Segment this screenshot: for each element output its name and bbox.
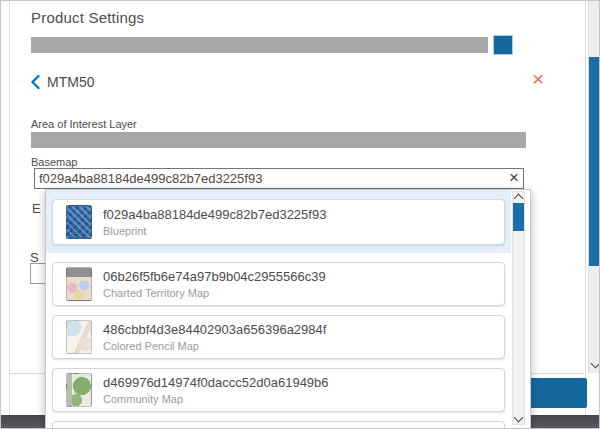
chevron-up-icon[interactable] xyxy=(515,195,522,202)
selected-option-highlight: f029a4ba88184de499c82b7ed3225f93 Bluepri… xyxy=(46,190,511,253)
item-id: 06b26f5fb6e74a97b9b04c2955566c39 xyxy=(103,269,326,284)
list-item-colored-pencil[interactable]: 486cbbf4d3e84402903a656396a2984f Colored… xyxy=(52,315,505,359)
basemap-input[interactable] xyxy=(34,168,524,189)
list-item-blueprint[interactable]: f029a4ba88184de499c82b7ed3225f93 Bluepri… xyxy=(52,199,505,245)
page-title: Product Settings xyxy=(31,9,144,26)
item-id: f029a4ba88184de499c82b7ed3225f93 xyxy=(103,207,326,222)
primary-button[interactable] xyxy=(526,378,587,408)
item-name: Colored Pencil Map xyxy=(103,340,326,352)
product-name-label: MTM50 xyxy=(47,74,94,90)
clear-x-icon[interactable]: × xyxy=(509,168,519,188)
item-id: d469976d14974f0daccc52d0a61949b6 xyxy=(103,375,329,390)
dropdown-scrollbar-thumb[interactable] xyxy=(513,203,524,231)
chevron-down-icon[interactable] xyxy=(592,360,599,367)
back-to-products-link[interactable]: MTM50 xyxy=(31,74,94,90)
basemap-combobox: × xyxy=(34,168,524,189)
clipped-field-label-e: E xyxy=(32,201,41,216)
dropdown-scrollbar[interactable] xyxy=(512,191,525,425)
blueprint-thumbnail xyxy=(66,205,92,239)
aoi-layer-label: Area of Interest Layer xyxy=(31,118,137,130)
basemap-label: Basemap xyxy=(31,156,77,168)
product-settings-window: Product Settings MTM50 × Area of Interes… xyxy=(0,0,600,429)
item-name: Blueprint xyxy=(103,225,326,237)
chevron-left-icon xyxy=(31,75,40,89)
list-item-community-map[interactable]: d469976d14974f0daccc52d0a61949b6 Communi… xyxy=(52,368,505,412)
item-id: 486cbbf4d3e84402903a656396a2984f xyxy=(103,322,326,337)
list-item-charted-territory[interactable]: 06b26f5fb6e74a97b9b04c2955566c39 Charted… xyxy=(52,262,505,306)
aoi-layer-input-redacted[interactable] xyxy=(31,132,526,148)
colored-pencil-thumbnail xyxy=(66,320,92,354)
item-name: Charted Territory Map xyxy=(103,287,326,299)
item-name: Community Map xyxy=(103,393,329,405)
list-item-partially-visible[interactable] xyxy=(52,421,505,429)
page-scrollbar-thumb[interactable] xyxy=(589,57,600,266)
charted-territory-thumbnail xyxy=(66,267,92,301)
chevron-down-icon[interactable] xyxy=(515,414,522,421)
redacted-product-bar xyxy=(31,37,488,53)
top-bar-end-square xyxy=(494,36,512,54)
page-scrollbar[interactable] xyxy=(588,1,600,373)
community-map-thumbnail xyxy=(66,373,92,407)
basemap-dropdown-list: f029a4ba88184de499c82b7ed3225f93 Bluepri… xyxy=(45,189,531,429)
close-icon[interactable]: × xyxy=(532,69,544,89)
